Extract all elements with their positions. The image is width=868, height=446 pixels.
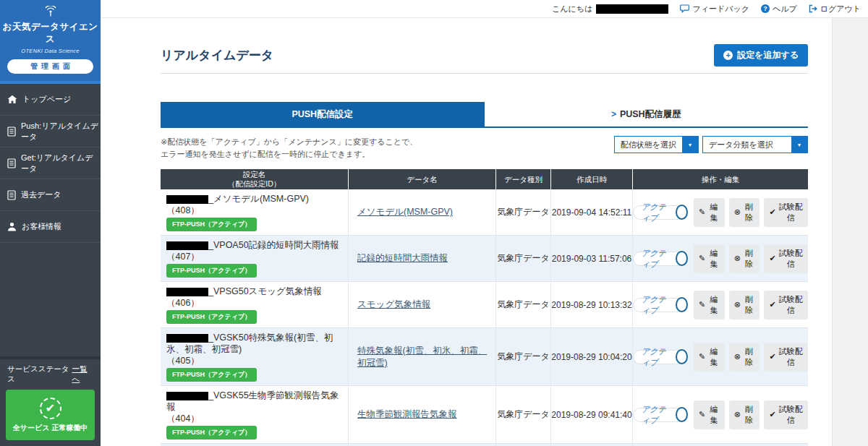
app-logo: お天気データサイエンス OTENKI Data Science 管理画面 bbox=[0, 0, 101, 81]
table-row: _メソモデル(MSM-GPV) （408） FTP-PUSH（アクティブ） メソ… bbox=[161, 189, 808, 236]
logout-label: ログアウト bbox=[820, 4, 861, 14]
speech-bubble-icon bbox=[680, 4, 689, 13]
col-header-setting-name: 設定名 （配信設定ID） bbox=[161, 169, 349, 189]
chevron-down-icon: ▼ bbox=[682, 137, 698, 153]
delivery-badge: FTP-PUSH（アクティブ） bbox=[166, 264, 257, 278]
person-icon bbox=[7, 222, 17, 231]
toggle-knob bbox=[676, 297, 688, 312]
delete-button[interactable]: ⊗ 削除 bbox=[729, 291, 760, 320]
sidebar-item-get-realtime[interactable]: Get:リアルタイムデータ bbox=[0, 147, 101, 179]
edit-button[interactable]: ✎ 編集 bbox=[694, 244, 725, 273]
config-name: _VPSG50スモッグ気象情報 bbox=[208, 286, 322, 296]
operations-cell: アクティブ ✎ 編集 ⊗ 削除 ✔ 試験配信 bbox=[633, 386, 808, 443]
plus-icon: + bbox=[723, 51, 733, 60]
file-icon bbox=[7, 126, 16, 137]
delete-button[interactable]: ⊗ 削除 bbox=[729, 198, 760, 227]
feedback-link[interactable]: フィードバック bbox=[680, 4, 749, 14]
created-at-cell: 2019-08-29 10:04:20 bbox=[551, 328, 633, 385]
help-label: ヘルプ bbox=[773, 4, 797, 14]
chevron-right-icon: > bbox=[611, 109, 616, 119]
delivery-note: ※配信状態を「アクティブ」から「メンテナンス」に変更することで、 エラー通知を発… bbox=[161, 136, 417, 160]
data-category-select[interactable]: データ分類を選択 ▼ bbox=[702, 136, 808, 153]
delete-button[interactable]: ⊗ 削除 bbox=[729, 343, 760, 372]
main-content: リアルタイムデータ + 設定を追加する PUSH配信設定 > PUSH配信履歴 … bbox=[161, 18, 808, 446]
edit-button[interactable]: ✎ 編集 bbox=[694, 291, 725, 320]
delete-button[interactable]: ⊗ 削除 bbox=[729, 400, 760, 429]
note-line-1: ※配信状態を「アクティブ」から「メンテナンス」に変更することで、 bbox=[161, 136, 417, 148]
edit-button[interactable]: ✎ 編集 bbox=[694, 400, 725, 429]
help-link[interactable]: ? ヘルプ bbox=[761, 4, 797, 14]
edit-button[interactable]: ✎ 編集 bbox=[694, 198, 725, 227]
circled-x-icon: ⊗ bbox=[734, 353, 741, 361]
edit-button[interactable]: ✎ 編集 bbox=[694, 343, 725, 372]
config-id: （405） bbox=[166, 355, 200, 366]
redacted-text bbox=[166, 195, 208, 204]
push-settings-table: 設定名 （配信設定ID） データ名 データ種別 作成日時 操作・編集 _メソモデ… bbox=[161, 169, 808, 446]
check-icon: ✔ bbox=[769, 301, 775, 309]
test-delivery-button[interactable]: ✔ 試験配信 bbox=[764, 343, 808, 372]
toggle-knob bbox=[676, 407, 688, 422]
data-name-link[interactable]: メソモデル(MSM-GPV) bbox=[357, 206, 453, 218]
test-delivery-button[interactable]: ✔ 試験配信 bbox=[764, 244, 808, 273]
config-name: _メソモデル(MSM-GPV) bbox=[208, 194, 309, 204]
data-type-cell: 気象庁データ bbox=[496, 189, 551, 235]
tab-push-delivery-history[interactable]: > PUSH配信履歴 bbox=[485, 102, 809, 126]
active-toggle[interactable]: アクティブ bbox=[633, 205, 688, 220]
data-name-cell: 記録的短時間大雨情報 bbox=[349, 236, 496, 281]
page-title: リアルタイムデータ bbox=[161, 47, 273, 64]
operations-cell: アクティブ ✎ 編集 ⊗ 削除 ✔ 試験配信 bbox=[633, 328, 808, 385]
logo-title: お天気データサイエンス bbox=[0, 21, 101, 46]
greeting: こんにちは bbox=[552, 4, 668, 14]
data-type-cell: 気象庁データ bbox=[496, 282, 551, 327]
add-setting-button[interactable]: + 設定を追加する bbox=[714, 44, 808, 67]
test-delivery-button[interactable]: ✔ 試験配信 bbox=[764, 291, 808, 320]
active-toggle[interactable]: アクティブ bbox=[633, 297, 688, 312]
check-circle-icon: ✔ bbox=[40, 398, 61, 419]
sidebar-item-label: Get:リアルタイムデータ bbox=[21, 153, 101, 174]
data-name-link[interactable]: 特殊気象報(初雪、初氷、初霜、初冠雪) bbox=[357, 345, 495, 369]
pencil-icon: ✎ bbox=[699, 254, 705, 262]
note-line-2: エラー通知を発生させずに配信を一時的に停止できます。 bbox=[161, 148, 417, 160]
toggle-knob bbox=[676, 251, 688, 266]
circled-x-icon: ⊗ bbox=[734, 254, 741, 262]
delete-button[interactable]: ⊗ 削除 bbox=[729, 244, 760, 273]
config-name-cell: _VPOA50記録的短時間大雨情報 （407） FTP-PUSH（アクティブ） bbox=[161, 236, 349, 281]
data-category-select-value: データ分類を選択 bbox=[703, 137, 779, 153]
check-icon: ✔ bbox=[769, 411, 775, 419]
test-delivery-button[interactable]: ✔ 試験配信 bbox=[764, 198, 808, 227]
admin-badge[interactable]: 管理画面 bbox=[7, 59, 93, 74]
circled-x-icon: ⊗ bbox=[734, 411, 741, 419]
page-right-margin bbox=[832, 18, 868, 446]
delivery-status-select[interactable]: 配信状態を選択 ▼ bbox=[614, 136, 699, 153]
active-toggle[interactable]: アクティブ bbox=[633, 251, 688, 266]
sidebar-item-past-data[interactable]: 過去データ bbox=[0, 179, 101, 211]
sidebar-item-label: 過去データ bbox=[21, 189, 61, 200]
active-toggle[interactable]: アクティブ bbox=[633, 407, 688, 422]
test-delivery-button[interactable]: ✔ 試験配信 bbox=[764, 400, 808, 429]
col-header-data-name: データ名 bbox=[349, 169, 496, 189]
pencil-icon: ✎ bbox=[699, 301, 705, 309]
data-name-link[interactable]: スモッグ気象情報 bbox=[357, 299, 430, 311]
service-status-card[interactable]: ✔ 全サービス 正常稼働中 bbox=[6, 390, 95, 440]
sidebar-item-push-realtime[interactable]: Push:リアルタイムデータ bbox=[0, 116, 101, 147]
sidebar-item-top-page[interactable]: トップページ bbox=[0, 84, 101, 116]
title-divider bbox=[161, 73, 808, 74]
logout-link[interactable]: ログアウト bbox=[809, 4, 861, 14]
sidebar-item-customer-info[interactable]: お客様情報 bbox=[0, 211, 101, 243]
data-name-link[interactable]: 生物季節観測報告気象報 bbox=[357, 408, 457, 421]
chevron-down-icon: ▼ bbox=[791, 137, 807, 153]
check-icon: ✔ bbox=[769, 353, 775, 361]
delivery-badge: FTP-PUSH（アクティブ） bbox=[166, 368, 257, 382]
created-at-cell: 2019-08-29 10:13:32 bbox=[551, 282, 633, 327]
created-at-cell: 2019-09-03 11:57:06 bbox=[551, 236, 633, 281]
table-body: _メソモデル(MSM-GPV) （408） FTP-PUSH（アクティブ） メソ… bbox=[161, 189, 808, 446]
data-name-link[interactable]: 記録的短時間大雨情報 bbox=[357, 252, 448, 265]
active-toggle[interactable]: アクティブ bbox=[633, 349, 688, 364]
service-status-panel: サービスステータス 一覧へ ✔ 全サービス 正常稼働中 bbox=[0, 356, 101, 446]
config-name-cell: _VGSK55生物季節観測報告気象報 （404） FTP-PUSH（アクティブ） bbox=[161, 386, 349, 443]
tab-push-delivery-settings[interactable]: PUSH配信設定 bbox=[161, 102, 485, 126]
tab-label: PUSH配信設定 bbox=[292, 108, 353, 121]
created-at-cell: 2019-09-04 14:52:11 bbox=[551, 189, 633, 235]
service-status-list-link[interactable]: 一覧へ bbox=[72, 364, 93, 385]
operations-cell: アクティブ ✎ 編集 ⊗ 削除 ✔ 試験配信 bbox=[633, 282, 808, 327]
